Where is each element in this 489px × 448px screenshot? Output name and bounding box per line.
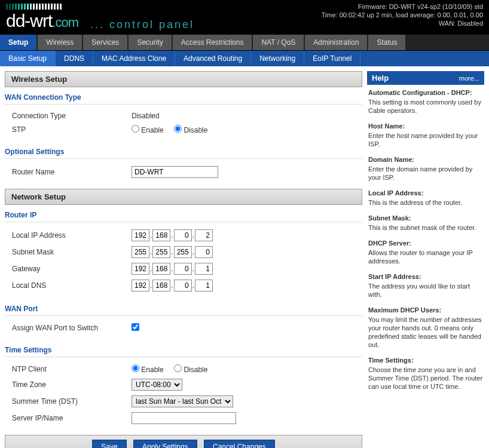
tab-nat-qos[interactable]: NAT / QoS [253,35,304,50]
ntp-enable-radio[interactable] [132,364,139,372]
logo-com: .com [52,15,78,30]
local-ip-0[interactable] [132,229,149,241]
help-item-title: Subnet Mask: [368,214,483,222]
help-item-title: DHCP Server: [368,239,483,247]
dns-2[interactable] [174,280,192,291]
ntp-enable-option[interactable]: Enable [132,366,164,374]
value-connection-type: Disabled [132,112,355,120]
tab-access-restrictions[interactable]: Access Restrictions [173,35,252,50]
gateway-3[interactable] [195,263,213,275]
help-item-text: This is the subnet mask of the router. [368,224,476,231]
help-item-title: Start IP Address: [368,272,483,281]
logo-tick-icon [27,4,29,10]
label-ntp-client: NTP Client [12,365,132,373]
label-gateway: Gateway [12,265,132,273]
stp-disable-option[interactable]: Disable [174,126,207,134]
logo-tick-icon [18,4,20,10]
button-bar: Save Apply Settings Cancel Changes [5,435,362,448]
assign-wan-checkbox[interactable] [132,323,139,331]
help-item: Time Settings:Choose the time zone you a… [368,356,483,391]
cancel-changes-button[interactable]: Cancel Changes [204,440,275,448]
subnet-inputs: ... [132,246,355,258]
subtab-networking[interactable]: Networking [251,51,304,66]
help-item-text: The address you would like to start with… [368,283,470,298]
help-item-title: Time Settings: [368,356,483,364]
tab-services[interactable]: Services [83,35,127,50]
header: Firmware: DD-WRT v24-sp2 (10/10/09) std … [0,0,489,35]
subtab-ddns[interactable]: DDNS [56,51,93,66]
help-item-title: Host Name: [368,122,483,130]
label-local-dns: Local DNS [12,281,132,290]
logo-tick-icon [60,4,62,10]
logo-dd: dd-wrt [6,11,52,30]
dst-select[interactable]: last Sun Mar - last Sun Oct [132,395,233,407]
help-item: Domain Name:Enter the domain name provid… [368,155,483,182]
server-ip-input[interactable] [132,412,236,424]
apply-settings-button[interactable]: Apply Settings [133,440,197,448]
legend-router-ip: Router IP [5,208,362,222]
tab-wireless[interactable]: Wireless [38,35,82,50]
logo-tick-icon [48,4,50,10]
local-ip-inputs: ... [132,229,355,241]
help-item-text: Allows the router to manage your IP addr… [368,249,473,265]
logo-tick-icon [21,4,23,10]
tab-security[interactable]: Security [129,35,171,50]
label-dst: Summer Time (DST) [12,397,132,406]
ntp-disable-option[interactable]: Disable [174,366,207,374]
legend-optional-settings: Optional Settings [5,145,362,159]
subtab-advanced-routing[interactable]: Advanced Routing [175,51,251,66]
help-item-text: Enter the host name provided by your ISP… [368,132,478,148]
logo-tick-icon [51,4,53,10]
legend-time-settings: Time Settings [5,343,362,357]
gateway-inputs: ... [132,263,355,275]
sub-tabs: Basic Setup DDNS MAC Address Clone Advan… [0,51,489,66]
label-stp: STP [12,125,132,134]
gateway-1[interactable] [152,263,170,275]
help-item-title: Automatic Configuration - DHCP: [368,88,483,97]
label-time-zone: Time Zone [12,381,132,389]
subtab-mac-clone[interactable]: MAC Address Clone [93,51,175,66]
label-server-ip: Server IP/Name [12,414,132,422]
dns-3[interactable] [195,280,213,291]
subnet-3[interactable] [195,246,213,258]
subnet-2[interactable] [174,246,192,258]
help-body: Automatic Configuration - DHCP:This sett… [367,85,484,401]
help-item: DHCP Server:Allows the router to manage … [368,239,483,265]
help-more-link[interactable]: more... [459,75,479,82]
help-item: Automatic Configuration - DHCP:This sett… [368,88,483,115]
subtab-eoip[interactable]: EoIP Tunnel [304,51,360,66]
tab-administration[interactable]: Administration [305,35,367,50]
router-name-input[interactable] [132,166,218,178]
local-ip-2[interactable] [174,229,192,241]
dns-1[interactable] [152,280,170,291]
subtab-basic-setup[interactable]: Basic Setup [0,51,56,66]
logo-tick-icon [36,4,38,10]
help-item-text: Enter the domain name provided by your I… [368,165,472,181]
help-item: Maximum DHCP Users:You may limit the num… [368,306,483,349]
help-item: Subnet Mask:This is the subnet mask of t… [368,214,483,232]
gateway-0[interactable] [132,263,149,275]
ntp-disable-radio[interactable] [174,364,182,372]
stp-enable-option[interactable]: Enable [132,126,164,134]
logo-tick-icon [9,4,11,10]
wan-text: WAN: Disabled [322,19,484,27]
logo-tick-icon [57,4,59,10]
logo-tick-icon [54,4,56,10]
main-tabs: Setup Wireless Services Security Access … [0,35,489,51]
label-subnet: Subnet Mask [12,248,132,256]
tab-setup[interactable]: Setup [0,35,36,50]
stp-disable-radio[interactable] [174,125,182,133]
stp-enable-radio[interactable] [132,125,139,133]
local-ip-1[interactable] [152,229,170,241]
time-text: Time: 00:02:42 up 2 min, load average: 0… [322,11,484,19]
dns-0[interactable] [132,280,149,291]
header-status: Firmware: DD-WRT v24-sp2 (10/10/09) std … [322,2,484,27]
local-ip-3[interactable] [195,229,213,241]
tab-status[interactable]: Status [368,35,405,50]
section-network-setup: Network Setup [5,189,362,205]
subnet-1[interactable] [152,246,170,258]
time-zone-select[interactable]: UTC-08:00 [132,379,182,391]
save-button[interactable]: Save [92,440,126,448]
subnet-0[interactable] [132,246,149,258]
gateway-2[interactable] [174,263,192,275]
